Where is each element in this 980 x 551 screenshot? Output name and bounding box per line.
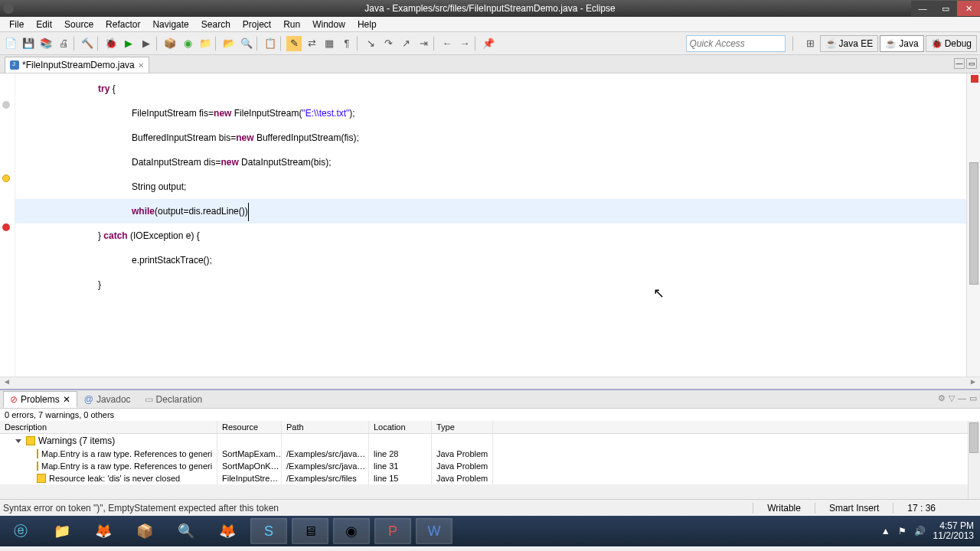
debug-icon[interactable]: 🐞: [103, 36, 119, 51]
minimize-view-icon[interactable]: —: [954, 58, 965, 69]
bottom-tabstrip: ⊘Problems✕ @Javadoc ▭Declaration ⚙ ▽ — ▭: [0, 390, 980, 409]
table-group-row[interactable]: Warnings (7 items): [0, 434, 968, 448]
fold-marker-icon[interactable]: [2, 101, 10, 109]
menu-edit[interactable]: Edit: [30, 18, 58, 31]
menu-navigate[interactable]: Navigate: [146, 18, 194, 31]
perspective-debug[interactable]: 🐞Debug: [926, 35, 977, 52]
build-icon[interactable]: 🔨: [80, 36, 95, 51]
code-content[interactable]: try {FileInputStream fis=new FileInputSt…: [15, 73, 966, 377]
close-tab-icon[interactable]: ✕: [138, 61, 144, 70]
status-insert-mode: Smart Insert: [815, 503, 893, 514]
table-row[interactable]: Map.Entry is a raw type. References to g…: [0, 448, 968, 460]
task-icon[interactable]: 📋: [263, 36, 278, 51]
open-type-icon[interactable]: 📂: [221, 36, 237, 51]
menu-window[interactable]: Window: [306, 18, 351, 31]
taskbar-explorer[interactable]: 📁: [44, 518, 80, 544]
resume-icon[interactable]: ⇥: [416, 36, 431, 51]
taskbar-search[interactable]: 🔍: [168, 518, 204, 544]
view-menu-icon[interactable]: ⚙: [938, 393, 946, 403]
col-resource[interactable]: Resource: [217, 421, 282, 433]
problems-scrollbar[interactable]: [968, 421, 980, 499]
table-row[interactable]: Resource leak: 'dis' is never closedFile…: [0, 472, 968, 484]
window-titlebar: Java - Examples/src/files/FileInputStrea…: [0, 0, 980, 17]
overview-ruler[interactable]: [966, 73, 980, 377]
editor-tabstrip: *FileInputStreamDemo.java ✕ — ▭: [0, 55, 980, 73]
taskbar-eclipse[interactable]: ◉: [333, 518, 370, 544]
quick-access-input[interactable]: [686, 35, 786, 52]
scroll-right-icon[interactable]: ►: [969, 377, 977, 389]
back-icon[interactable]: ←: [439, 36, 455, 51]
perspective-java[interactable]: ☕Java: [880, 35, 923, 52]
menu-file[interactable]: File: [3, 18, 30, 31]
maximize-button[interactable]: ▭: [934, 1, 957, 16]
maximize-view-icon[interactable]: ▭: [966, 58, 977, 69]
system-tray[interactable]: ▲ ⚑ 🔊 4:57 PM 11/2/2013: [881, 521, 974, 541]
warning-icon: [37, 449, 38, 458]
col-type[interactable]: Type: [432, 421, 493, 433]
step-over-icon[interactable]: ↷: [381, 36, 396, 51]
tray-up-icon[interactable]: ▲: [881, 526, 890, 536]
block-icon[interactable]: ▦: [322, 36, 337, 51]
table-header: Description Resource Path Location Type: [0, 421, 968, 434]
tab-javadoc[interactable]: @Javadoc: [77, 391, 138, 408]
dropdown-icon[interactable]: ▽: [949, 393, 955, 403]
menu-project[interactable]: Project: [237, 18, 277, 31]
new-folder-icon[interactable]: 📁: [198, 36, 213, 51]
show-ws-icon[interactable]: ¶: [339, 36, 354, 51]
scroll-left-icon[interactable]: ◄: [3, 377, 11, 389]
bottom-panel: ⊘Problems✕ @Javadoc ▭Declaration ⚙ ▽ — ▭…: [0, 389, 980, 499]
minimize-panel-icon[interactable]: —: [958, 393, 966, 403]
open-perspective-icon[interactable]: ⊞: [803, 36, 818, 51]
new-package-icon[interactable]: 📦: [162, 36, 178, 51]
warning-icon: [37, 474, 46, 483]
close-icon[interactable]: ✕: [63, 394, 70, 405]
new-icon[interactable]: 📄: [3, 36, 18, 51]
save-all-icon[interactable]: 📚: [38, 36, 54, 51]
step-return-icon[interactable]: ↗: [398, 36, 413, 51]
forward-icon[interactable]: →: [457, 36, 472, 51]
taskbar-app2[interactable]: 📦: [126, 518, 163, 544]
vertical-scrollbar[interactable]: [969, 162, 978, 285]
col-path[interactable]: Path: [282, 421, 369, 433]
expand-icon[interactable]: [15, 439, 21, 443]
perspective-java-ee[interactable]: ☕Java EE: [820, 35, 879, 52]
maximize-panel-icon[interactable]: ▭: [969, 393, 977, 403]
col-description[interactable]: Description: [0, 421, 217, 433]
code-editor[interactable]: try {FileInputStream fis=new FileInputSt…: [0, 73, 980, 377]
mark-icon[interactable]: ✎: [286, 36, 302, 51]
taskbar-ie[interactable]: ⓔ: [2, 518, 39, 544]
print-icon[interactable]: 🖨: [56, 36, 71, 51]
col-location[interactable]: Location: [369, 421, 432, 433]
menu-source[interactable]: Source: [58, 18, 100, 31]
menu-run[interactable]: Run: [277, 18, 306, 31]
error-marker-icon[interactable]: [2, 223, 10, 231]
menu-search[interactable]: Search: [195, 18, 237, 31]
pin-icon[interactable]: 📌: [481, 36, 496, 51]
taskbar-skype[interactable]: S: [250, 518, 287, 544]
taskbar-app1[interactable]: 🦊: [85, 518, 122, 544]
status-writable: Writable: [753, 503, 815, 514]
new-class-icon[interactable]: ◉: [180, 36, 195, 51]
warning-marker-icon[interactable]: [2, 174, 10, 182]
run-last-icon[interactable]: ▶: [139, 36, 154, 51]
editor-tab-active[interactable]: *FileInputStreamDemo.java ✕: [5, 57, 149, 73]
tray-flag-icon[interactable]: ⚑: [898, 526, 906, 536]
step-icon[interactable]: ↘: [363, 36, 378, 51]
search-icon[interactable]: 🔍: [239, 36, 254, 51]
taskbar-word[interactable]: W: [416, 518, 452, 544]
horizontal-scrollbar[interactable]: ◄ ►: [0, 377, 980, 389]
menu-refactor[interactable]: Refactor: [100, 18, 146, 31]
taskbar-powerpoint[interactable]: P: [374, 518, 411, 544]
minimize-button[interactable]: —: [911, 1, 934, 16]
toggle-icon[interactable]: ⇄: [304, 36, 319, 51]
taskbar-firefox[interactable]: 🦊: [209, 518, 246, 544]
save-icon[interactable]: 💾: [21, 36, 36, 51]
run-icon[interactable]: ▶: [121, 36, 136, 51]
table-row[interactable]: Map.Entry is a raw type. References to g…: [0, 460, 968, 472]
tab-problems[interactable]: ⊘Problems✕: [3, 391, 77, 408]
taskbar-app3[interactable]: 🖥: [292, 518, 328, 544]
tab-declaration[interactable]: ▭Declaration: [138, 391, 210, 408]
tray-volume-icon[interactable]: 🔊: [914, 526, 926, 536]
close-button[interactable]: ✕: [957, 1, 980, 16]
menu-help[interactable]: Help: [351, 18, 383, 31]
